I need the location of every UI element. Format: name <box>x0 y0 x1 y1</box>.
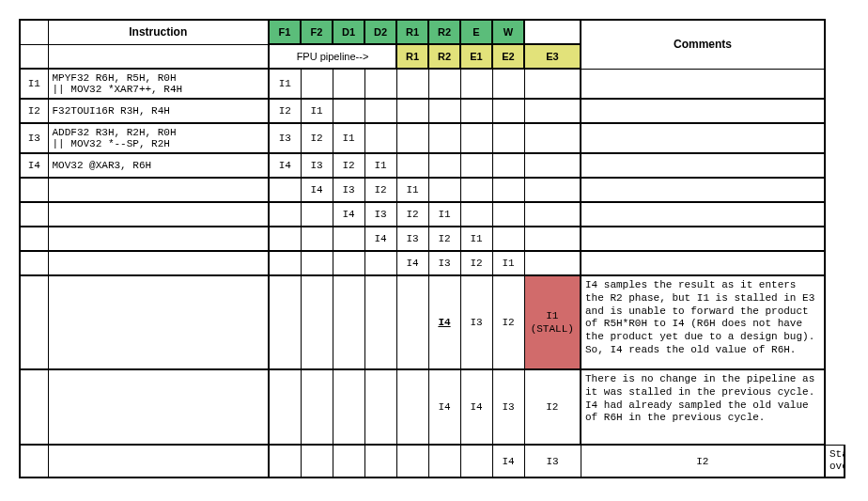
stage-D2: D2 <box>364 20 396 44</box>
pipe: I4 <box>460 369 492 445</box>
pipe: I3 <box>301 153 333 178</box>
stage-R2: R2 <box>428 20 460 44</box>
pipe: I1 <box>492 251 524 275</box>
stage-R1b: R1 <box>396 44 428 69</box>
comment-2: There is no change in the pipeline as it… <box>581 369 825 445</box>
pipe: I3 <box>492 369 524 445</box>
stage-D1: D1 <box>333 20 364 44</box>
pipe: I3 <box>396 227 428 251</box>
instr-i1: MPYF32 R6H, R5H, R0H || MOV32 *XAR7++, R… <box>48 69 269 99</box>
pipe: I1 <box>460 227 492 251</box>
stage-blank <box>524 20 581 44</box>
pipe: I2 <box>492 275 524 369</box>
row-id: I3 <box>20 123 48 153</box>
fpu-pipeline-label: FPU pipeline--> <box>269 44 396 69</box>
pipe: I3 <box>364 202 396 227</box>
pipe: I2 <box>301 123 333 153</box>
pipe: I2 <box>460 251 492 275</box>
stage-E3: E3 <box>524 44 581 69</box>
pipe: I2 <box>269 99 301 123</box>
stage-F1: F1 <box>269 20 301 44</box>
stall-cell: I1(STALL) <box>524 275 581 369</box>
pipe: I2 <box>396 202 428 227</box>
pipe: I1 <box>396 178 428 202</box>
header-instruction: Instruction <box>48 20 269 44</box>
pipe: I2 <box>364 178 396 202</box>
pipe: I4 <box>301 178 333 202</box>
pipe: I2 <box>524 369 581 445</box>
pipe: I3 <box>333 178 364 202</box>
instr-line: ADDF32 R3H, R2H, R0H <box>53 127 265 138</box>
instr-line: || MOV32 *XAR7++, R4H <box>53 84 265 95</box>
stage-W: W <box>492 20 524 44</box>
instr-line: || MOV32 *--SP, R2H <box>53 138 265 149</box>
pipe: I1 <box>301 99 333 123</box>
blank <box>20 44 48 69</box>
instr-line: MPYF32 R6H, R5H, R0H <box>53 72 265 84</box>
header-comments: Comments <box>581 20 825 69</box>
instr-i4: MOV32 @XAR3, R6H <box>48 153 269 178</box>
pipe: I4 <box>396 251 428 275</box>
stage-E2: E2 <box>492 44 524 69</box>
pipe: I3 <box>460 275 492 369</box>
row-id: I2 <box>20 99 48 123</box>
comment-1: I4 samples the result as it enters the R… <box>581 275 825 369</box>
pipe: I1 <box>364 153 396 178</box>
pipe: I2 <box>428 227 460 251</box>
pipe: I3 <box>269 123 301 153</box>
pipeline-table: Instruction F1 F2 D1 D2 R1 R2 E W Commen… <box>19 19 845 478</box>
stage-R1: R1 <box>396 20 428 44</box>
pipe: I2 <box>333 153 364 178</box>
pipe: I1 <box>333 123 364 153</box>
pipe: I4 <box>333 202 364 227</box>
stage-E1: E1 <box>460 44 492 69</box>
blank <box>20 20 48 44</box>
row-id: I4 <box>20 153 48 178</box>
pipe: I4 <box>269 153 301 178</box>
pipe: I4 <box>364 227 396 251</box>
stage-E: E <box>460 20 492 44</box>
instr-i3: ADDF32 R3H, R2H, R0H || MOV32 *--SP, R2H <box>48 123 269 153</box>
pipe: I3 <box>428 251 460 275</box>
pipe-I4-stall: I4 <box>428 275 460 369</box>
stage-F2: F2 <box>301 20 333 44</box>
pipe: I1 <box>269 69 301 99</box>
stage-R2b: R2 <box>428 44 460 69</box>
row-id: I1 <box>20 69 48 99</box>
pipe: I1 <box>428 202 460 227</box>
instr-i2: F32TOUI16R R3H, R4H <box>48 99 269 123</box>
